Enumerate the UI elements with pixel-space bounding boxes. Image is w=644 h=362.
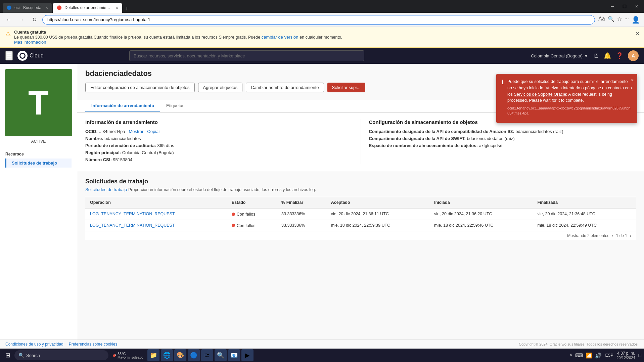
- add-labels-button[interactable]: Agregar etiquetas: [198, 83, 243, 92]
- start-button[interactable]: ⊞: [3, 352, 13, 359]
- translate-icon[interactable]: Aa: [598, 16, 605, 24]
- refresh-button[interactable]: ↻: [30, 16, 39, 23]
- hamburger-menu-button[interactable]: ☰: [5, 51, 13, 60]
- taskbar-app-edge[interactable]: 🔵: [188, 349, 200, 361]
- finished-0: vie, 20 dic 2024, 21:36:48 UTC: [533, 208, 636, 220]
- sidebar-resources-section: Recursos Solicitudes de trabajo: [0, 148, 77, 169]
- taskbar-search-icon: 🔍: [18, 353, 24, 358]
- table-row: LOG_TENANCY_TERMINATION_REQUEST Con fall…: [85, 208, 636, 220]
- taskbar-app-bing[interactable]: 🔍: [215, 349, 227, 361]
- showing-count: Mostrando 2 elementos: [567, 233, 609, 238]
- taskbar-app-file-explorer[interactable]: 📁: [147, 349, 159, 361]
- edit-storage-button[interactable]: Editar configuración de almacenamiento d…: [85, 83, 195, 92]
- taskbar-app-youtube[interactable]: ▶: [241, 349, 254, 361]
- retention-row: Periodo de retención de auditoría: 365 d…: [85, 143, 353, 148]
- close-window-button[interactable]: ×: [632, 3, 641, 9]
- sidebar-item-work-requests[interactable]: Solicitudes de trabajo: [5, 159, 72, 168]
- accepted-0: vie, 20 dic 2024, 21:36:11 UTC: [326, 208, 429, 220]
- back-button[interactable]: ←: [4, 17, 13, 23]
- oci-search-input[interactable]: [129, 50, 364, 61]
- region-selector[interactable]: Colombia Central (Bogota) ▼: [531, 53, 588, 58]
- name-label: Nombre:: [85, 136, 104, 141]
- ocid-show-link[interactable]: Mostrar: [129, 129, 143, 134]
- support-button[interactable]: ❓: [616, 52, 623, 59]
- terms-link[interactable]: Condiciones de uso y privacidad: [5, 342, 63, 347]
- operation-link-0[interactable]: LOG_TENANCY_TERMINATION_REQUEST: [90, 212, 175, 216]
- tab-label-2: Detalles de arrendamiento | Orac...: [64, 5, 111, 10]
- finished-1: mié, 18 dic 2024, 22:59:49 UTC: [533, 220, 636, 231]
- percent-0: 33.333336%: [277, 208, 326, 220]
- tab-tenancy-info[interactable]: Información de arrendamiento: [85, 100, 160, 112]
- taskbar-app-paint[interactable]: 🎨: [174, 349, 186, 361]
- more-icon[interactable]: ···: [625, 16, 629, 24]
- sidebar-status: ACTIVE: [0, 139, 77, 144]
- change-version-link[interactable]: cambiar de versión: [262, 35, 298, 40]
- warning-text-after: en cualquier momento.: [300, 35, 342, 40]
- minimize-button[interactable]: –: [608, 3, 617, 9]
- help-button[interactable]: 🖥: [593, 52, 599, 59]
- lang-indicator: ESP: [605, 353, 613, 358]
- more-info-link[interactable]: Más información: [14, 40, 46, 45]
- ocid-row: OCID: ...34tmezl4pa Mostrar Copiar: [85, 129, 353, 134]
- status-dot-1: [232, 224, 235, 227]
- table-row: LOG_TENANCY_TERMINATION_REQUEST Con fall…: [85, 220, 636, 231]
- name-row: Nombre: bdacienciadedatos: [85, 136, 353, 141]
- sidebar-logo-letter: T: [28, 84, 49, 122]
- clock-date: 20/12/2024: [616, 356, 635, 360]
- region-row: Región principal: Colombia Central (Bogo…: [85, 150, 353, 155]
- status-text-1: Con fallos: [237, 223, 256, 228]
- sound-icon: 🔊: [595, 352, 602, 359]
- logo-text: Cloud: [30, 53, 44, 59]
- accepted-1: mié, 18 dic 2024, 22:59:39 UTC: [326, 220, 429, 231]
- new-tab-button[interactable]: +: [123, 6, 131, 13]
- taskbar-app-browser[interactable]: 🌐: [161, 349, 173, 361]
- chevron-right-icon[interactable]: ›: [630, 233, 631, 238]
- operation-link-1[interactable]: LOG_TENANCY_TERMINATION_REQUEST: [90, 223, 175, 228]
- col-accepted: Aceptado: [326, 197, 429, 209]
- cookies-link[interactable]: Preferencias sobre cookies: [69, 342, 118, 347]
- user-avatar[interactable]: A: [628, 50, 639, 61]
- system-tray-icons: ∧: [569, 352, 572, 359]
- name-value: bdacienciadedatos: [104, 136, 141, 141]
- notification-area[interactable]: □: [639, 353, 641, 358]
- ocid-copy-link[interactable]: Copiar: [147, 129, 160, 134]
- taskbar-search-bar[interactable]: 🔍 Search: [14, 350, 108, 360]
- work-requests-table: Operación Estado % Finalizar Aceptado In…: [85, 197, 636, 231]
- maximize-button[interactable]: □: [620, 3, 629, 9]
- chevron-left-icon[interactable]: ‹: [612, 233, 613, 238]
- work-requests-link[interactable]: Solicitudes de trabajo: [85, 187, 127, 192]
- tab-close-1[interactable]: ×: [45, 5, 48, 10]
- taskbar-app-weather[interactable]: ● 1 33°C Mayorm. soleado: [110, 349, 146, 361]
- tenancy-info-panel: Información de arrendamiento OCID: ...34…: [85, 119, 353, 164]
- taskbar-app-outlook[interactable]: 📧: [228, 349, 240, 361]
- region-label: Región principal:: [85, 150, 122, 155]
- window-controls: – □ ×: [608, 3, 641, 9]
- taskbar-apps: ● 1 33°C Mayorm. soleado 📁 🌐 🎨 🔵 🗂 🔍 📧 ▶: [110, 349, 254, 361]
- forward-button[interactable]: →: [17, 17, 26, 23]
- address-input[interactable]: [42, 15, 595, 25]
- bookmark-icon[interactable]: ☆: [617, 16, 622, 24]
- namespace-row: Espacio de nombres de almacenamiento de …: [369, 143, 636, 148]
- oracle-support-link[interactable]: Servicios de Soporte Oracle: [514, 92, 566, 97]
- tab-close-2[interactable]: ×: [116, 5, 118, 10]
- swift-api-value: bdacienciadedatos (raíz): [467, 136, 515, 141]
- col-status: Estado: [227, 197, 277, 209]
- delete-button[interactable]: Solicitar supr...: [327, 83, 365, 92]
- error-icon: ℹ: [502, 79, 504, 86]
- tab-labels[interactable]: Etiquetas: [160, 100, 190, 112]
- work-requests-desc-line: Solicitudes de trabajo Proporcionan info…: [85, 187, 636, 192]
- tab-inactive-1[interactable]: 🔵 oci - Búsqueda ×: [3, 3, 52, 13]
- error-toast-header: ℹ Puede que su solicitud de trabajo para…: [502, 79, 632, 116]
- notification-bell-button[interactable]: 🔔: [604, 52, 611, 59]
- tab-active-2[interactable]: 🔴 Detalles de arrendamiento | Orac... ×: [53, 3, 122, 13]
- rename-button[interactable]: Cambiar nombre de arrendamiento: [246, 83, 324, 92]
- warning-close-button[interactable]: ×: [636, 30, 639, 37]
- s3-api-value: bdacienciadedatos (raíz): [515, 129, 563, 134]
- profile-icon[interactable]: 👤: [632, 16, 640, 24]
- error-toast-close-button[interactable]: ×: [631, 77, 634, 83]
- status-dot-0: [232, 213, 235, 216]
- taskbar-clock[interactable]: 4:37 p. m. 20/12/2024: [616, 351, 635, 360]
- zoom-icon[interactable]: 🔍: [608, 16, 614, 24]
- region-value: Colombia Central (Bogota): [122, 150, 174, 155]
- taskbar-app-explorer2[interactable]: 🗂: [201, 349, 213, 361]
